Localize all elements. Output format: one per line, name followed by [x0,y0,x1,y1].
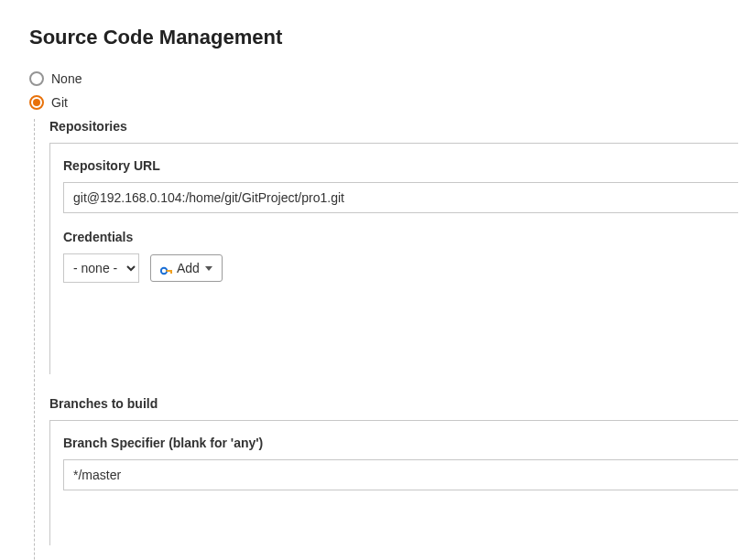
chevron-down-icon [205,266,212,271]
repo-url-input[interactable] [63,182,738,213]
repositories-label: Repositories [49,119,740,134]
credentials-select[interactable]: - none - [63,253,139,283]
credentials-label: Credentials [63,230,738,244]
branch-specifier-label: Branch Specifier (blank for 'any') [63,436,738,450]
branch-specifier-input[interactable] [63,459,738,490]
page-title: Source Code Management [29,26,740,49]
branches-label: Branches to build [49,396,740,411]
scm-option-git-label: Git [51,95,68,110]
svg-rect-2 [170,270,172,274]
repo-url-label: Repository URL [63,158,738,173]
add-button-label: Add [177,261,200,275]
scm-option-none[interactable]: None [29,71,740,86]
key-icon [160,264,173,273]
scm-option-git[interactable]: Git [29,95,740,110]
scm-option-none-label: None [51,71,82,86]
svg-point-0 [161,268,167,274]
branches-panel: Branch Specifier (blank for 'any') [49,420,738,545]
radio-unselected-icon [29,71,44,86]
radio-selected-icon [29,95,44,110]
repositories-panel: Repository URL Credentials - none - [49,143,738,374]
add-credentials-button[interactable]: Add [150,254,223,282]
